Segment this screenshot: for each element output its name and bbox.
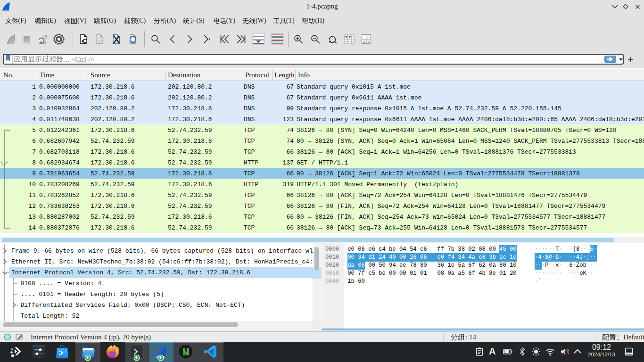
- svg-text:0111: 0111: [98, 41, 103, 44]
- svg-text:2: 2: [363, 40, 365, 44]
- svg-text:3: 3: [368, 40, 370, 44]
- svg-text:1: 1: [367, 35, 369, 39]
